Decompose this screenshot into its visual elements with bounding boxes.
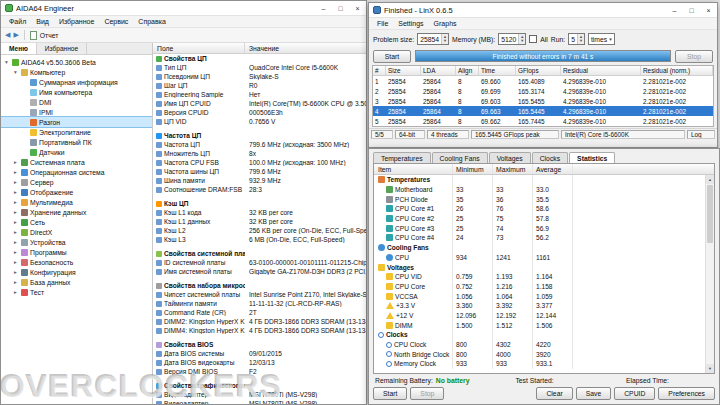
- memory-input[interactable]: 5120 ▲▼: [498, 33, 526, 45]
- field-row[interactable]: Шина памяти932.9 MHz: [153, 176, 366, 185]
- stat-row[interactable]: CPU Core0.7521.2161.158: [374, 282, 705, 292]
- result-row[interactable]: 12585425864869.660165.40894.296839e-0102…: [373, 76, 713, 86]
- field-row[interactable]: Имя ЦП CPUIDIntel(R) Core(TM) i5-6600K C…: [153, 99, 366, 108]
- field-row[interactable]: Частота ЦП799.6 MHz (исходная: 3500 MHz): [153, 140, 366, 149]
- tree-item[interactable]: IPMI: [1, 107, 152, 117]
- tab-cooling-fans[interactable]: Cooling Fans: [432, 152, 488, 163]
- field-row[interactable]: Чипсет системной платыIntel Sunrise Poin…: [153, 290, 366, 299]
- field-row[interactable]: Частота шины ЦП799.6 MHz: [153, 167, 366, 176]
- collapsed-icon[interactable]: ▸: [12, 259, 19, 265]
- tree-item[interactable]: Имя компьютера: [1, 87, 152, 97]
- menu-item[interactable]: Settings: [393, 19, 428, 28]
- tab-clocks[interactable]: Clocks: [532, 152, 568, 163]
- tree-item[interactable]: ▸Системная плата: [1, 157, 152, 167]
- linx-titlebar[interactable]: Finished - LinX 0.6.5 – □ ×: [369, 3, 717, 18]
- stat-row[interactable]: CPU Clock80043024220: [374, 340, 705, 350]
- collapsed-icon[interactable]: ▸: [12, 229, 19, 235]
- menu-item[interactable]: Сервис: [99, 17, 133, 26]
- stat-row[interactable]: +3.3 V3.3603.3923.377: [374, 301, 705, 311]
- group-row[interactable]: Temperatures: [374, 175, 705, 185]
- menu-item[interactable]: Файл: [4, 17, 31, 26]
- stat-row[interactable]: CPU Core #4247356.2: [374, 233, 705, 243]
- group-row[interactable]: Voltages: [374, 262, 705, 272]
- spinner-arrows[interactable]: ▲▼: [441, 34, 448, 44]
- scrollbar[interactable]: ▲ ▼: [705, 175, 714, 373]
- scroll-up-icon[interactable]: ▲: [706, 175, 714, 184]
- section-row[interactable]: Свойства системной платы: [153, 249, 366, 258]
- stat-row[interactable]: VCCSA1.0561.0641.059: [374, 291, 705, 301]
- maximize-icon[interactable]: □: [332, 1, 349, 15]
- field-row[interactable]: Кэш L1 данных32 KB per core: [153, 217, 366, 226]
- start-button[interactable]: Start: [373, 50, 411, 63]
- field-row[interactable]: Тип ЦПQuadCore Intel Core i5-6600K: [153, 63, 366, 72]
- collapsed-icon[interactable]: ▸: [12, 189, 19, 195]
- stat-row[interactable]: CPU Core #2257557.8: [374, 214, 705, 224]
- tree-item[interactable]: ▸Хранение данных: [1, 207, 152, 217]
- tree-item[interactable]: ▾AIDA64 v5.50.3606 Beta: [1, 57, 152, 67]
- log-button[interactable]: Log: [687, 130, 715, 139]
- field-row[interactable]: Кэш L2256 KB per core (On-Die, ECC, Full…: [153, 226, 366, 235]
- collapsed-icon[interactable]: ▸: [12, 269, 19, 275]
- result-row[interactable]: 52585425864869.662165.74454.296839e-0102…: [373, 116, 713, 126]
- tree-item[interactable]: ▸Безопасность: [1, 257, 152, 267]
- tree-item[interactable]: Разгон: [1, 117, 152, 127]
- tab-statistics[interactable]: Statistics: [569, 152, 615, 163]
- collapsed-icon[interactable]: ▸: [12, 179, 19, 185]
- column-header-field[interactable]: Поле: [153, 43, 245, 53]
- menu-item[interactable]: Избранное: [54, 17, 99, 26]
- close-icon[interactable]: ×: [349, 1, 366, 15]
- collapsed-icon[interactable]: ▸: [12, 279, 19, 285]
- menu-item[interactable]: Graphs: [429, 19, 462, 28]
- tab-temperatures[interactable]: Temperatures: [373, 152, 431, 163]
- save-button[interactable]: Save: [576, 387, 612, 400]
- tab-voltages[interactable]: Voltages: [489, 152, 531, 163]
- collapsed-icon[interactable]: ▸: [12, 159, 19, 165]
- maximize-icon[interactable]: □: [683, 3, 700, 17]
- result-row[interactable]: 42585425864869.663165.54454.296839e-0102…: [373, 106, 713, 116]
- all-checkbox[interactable]: [529, 35, 537, 43]
- stat-row[interactable]: DIMM1.5001.5121.506: [374, 320, 705, 330]
- column-header[interactable]: Align: [456, 66, 479, 75]
- field-row[interactable]: Кэш L36 MB (On-Die, ECC, Full-Speed): [153, 235, 366, 244]
- spinner-arrows[interactable]: ▲▼: [577, 34, 584, 44]
- scrollbar-thumb[interactable]: [707, 185, 713, 243]
- tree-item[interactable]: DMI: [1, 97, 152, 107]
- collapsed-icon[interactable]: ▸: [12, 219, 19, 225]
- clear-button[interactable]: Clear: [536, 387, 572, 400]
- stat-row[interactable]: CPU Core #1267658.6: [374, 204, 705, 214]
- tree-item[interactable]: ▸DirectX: [1, 227, 152, 237]
- tree-item[interactable]: Суммарная информация: [1, 77, 152, 87]
- back-icon[interactable]: ◀: [5, 31, 10, 39]
- menu-item[interactable]: Вид: [31, 17, 54, 26]
- sidebar-tab[interactable]: Меню: [1, 43, 37, 54]
- column-header[interactable]: Size: [386, 66, 421, 75]
- field-row[interactable]: Имя системной платыGigabyte GA-Z170M-D3H…: [153, 267, 366, 276]
- tree-item[interactable]: ▸Операционная система: [1, 167, 152, 177]
- field-row[interactable]: Соотношение DRAM:FSB28:3: [153, 185, 366, 194]
- tree-item[interactable]: ▸Конфигурация: [1, 267, 152, 277]
- field-row[interactable]: Engineering SampleНет: [153, 90, 366, 99]
- collapsed-icon[interactable]: ▸: [12, 239, 19, 245]
- aida64-titlebar[interactable]: AIDA64 Engineer – □ ×: [1, 1, 366, 16]
- column-header-value[interactable]: Значение: [245, 43, 366, 53]
- tree-item[interactable]: ▸База данных: [1, 277, 152, 287]
- close-icon[interactable]: ×: [700, 3, 717, 17]
- section-row[interactable]: Кэш ЦП: [153, 199, 366, 208]
- field-row[interactable]: ВидеоадаптерMSI N780Ti (MS-V298): [153, 399, 366, 404]
- result-row[interactable]: 22585425864869.699165.31744.296839e-0102…: [373, 86, 713, 96]
- tree-item[interactable]: ▸Устройства: [1, 237, 152, 247]
- tree-item[interactable]: ▸Программы: [1, 247, 152, 257]
- stat-row[interactable]: CPU Core #3257456.9: [374, 223, 705, 233]
- section-row[interactable]: Свойства BIOS: [153, 340, 366, 349]
- menu-item[interactable]: Справка: [133, 17, 170, 26]
- collapsed-icon[interactable]: ▸: [12, 289, 19, 295]
- tree-item[interactable]: Электропитание: [1, 127, 152, 137]
- section-row[interactable]: Свойства набора микросхем: [153, 281, 366, 290]
- collapsed-icon[interactable]: ▸: [12, 209, 19, 215]
- stop-button[interactable]: Stop: [675, 50, 713, 63]
- field-row[interactable]: DIMM2: Kingston HyperX K4 ГБ DDR3-1866 D…: [153, 317, 366, 326]
- tree-item[interactable]: ▸Сервер: [1, 177, 152, 187]
- spin-down-icon[interactable]: ▼: [442, 39, 448, 43]
- column-header[interactable]: Residual: [561, 66, 641, 75]
- sidebar-tab[interactable]: Избранное: [37, 43, 87, 54]
